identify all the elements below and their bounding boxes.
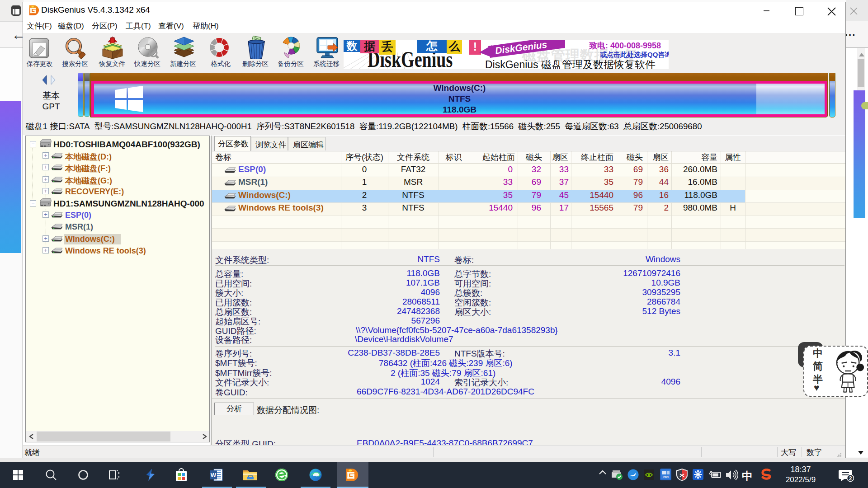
svg-text:intel: intel	[663, 475, 669, 479]
svg-text:2: 2	[849, 475, 852, 482]
svg-text:W: W	[211, 472, 217, 479]
